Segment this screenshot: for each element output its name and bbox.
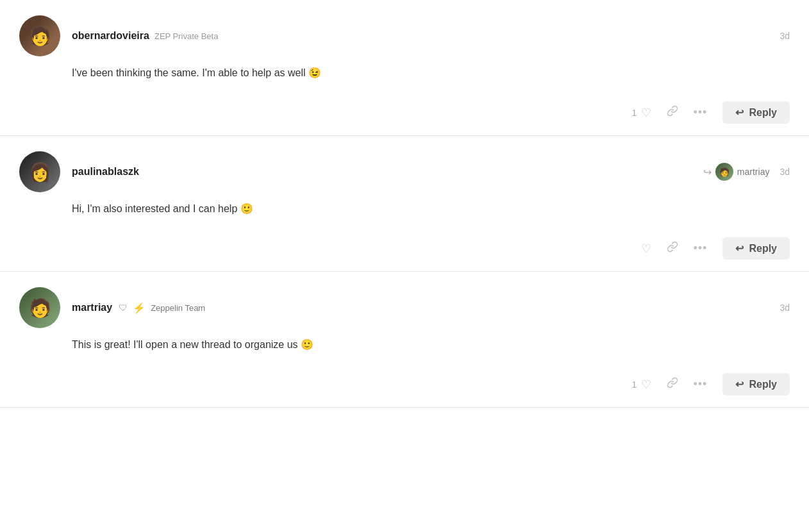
post-header: 🧑obernardovieiraZEP Private Beta3d (19, 15, 790, 56)
username[interactable]: obernardovieira (72, 30, 149, 42)
shield-icon: 🛡 (119, 303, 128, 313)
reply-button[interactable]: ↩Reply (722, 237, 790, 260)
post-timestamp: 3d (780, 167, 790, 177)
reply-arrow-icon: ↩ (735, 106, 744, 119)
reply-arrow-icon: ↩ (735, 242, 744, 254)
post-header: 👩paulinablaszk↪🧑martriay3d (19, 151, 790, 192)
reply-to-area: ↪🧑martriay (703, 163, 770, 181)
heart-icon[interactable]: ♡ (641, 242, 651, 256)
reply-button-label: Reply (749, 243, 777, 254)
reply-button-label: Reply (749, 379, 777, 390)
reply-button-label: Reply (749, 107, 777, 119)
post-item-1: 🧑obernardovieiraZEP Private Beta3dI've b… (0, 0, 809, 136)
post-timestamp: 3d (780, 31, 790, 41)
more-icon[interactable]: ••• (694, 378, 708, 391)
username[interactable]: martriay (72, 302, 112, 313)
reply-to-avatar[interactable]: 🧑 (715, 163, 733, 181)
like-count: 1 (631, 107, 637, 118)
more-icon[interactable]: ••• (694, 106, 708, 119)
like-group: 1♡ (631, 378, 651, 392)
avatar: 🧑 (19, 287, 60, 328)
post-body: This is great! I'll open a new thread to… (19, 337, 790, 353)
lightning-icon: ⚡ (133, 302, 146, 314)
avatar: 👩 (19, 151, 60, 192)
post-timestamp: 3d (780, 303, 790, 313)
avatar: 🧑 (19, 15, 60, 56)
post-body: Hi, I'm also interested and I can help 🙂 (19, 201, 790, 217)
post-actions: ♡•••↩Reply (19, 229, 790, 271)
user-badge: ZEP Private Beta (154, 31, 218, 41)
post-item-2: 👩paulinablaszk↪🧑martriay3dHi, I'm also i… (0, 136, 809, 272)
team-badge: Zeppelin Team (151, 303, 205, 313)
more-icon[interactable]: ••• (694, 242, 708, 255)
reply-to-arrow-icon: ↪ (703, 166, 712, 178)
like-group: ♡ (641, 242, 651, 256)
post-body: I've been thinking the same. I'm able to… (19, 65, 790, 81)
post-header: 🧑martriay🛡⚡Zeppelin Team3d (19, 287, 790, 328)
post-meta: martriay🛡⚡Zeppelin Team (72, 302, 780, 314)
post-actions: 1♡•••↩Reply (19, 94, 790, 135)
post-meta: obernardovieiraZEP Private Beta (72, 30, 780, 42)
link-icon[interactable] (667, 241, 678, 256)
heart-icon[interactable]: ♡ (641, 378, 651, 392)
post-actions: 1♡•••↩Reply (19, 365, 790, 407)
like-group: 1♡ (631, 106, 651, 120)
like-count: 1 (631, 379, 637, 390)
link-icon[interactable] (667, 105, 678, 120)
username[interactable]: paulinablaszk (72, 166, 139, 178)
reply-arrow-icon: ↩ (735, 378, 744, 390)
heart-icon[interactable]: ♡ (641, 106, 651, 120)
reply-button[interactable]: ↩Reply (722, 101, 790, 124)
post-item-3: 🧑martriay🛡⚡Zeppelin Team3dThis is great!… (0, 272, 809, 408)
post-meta: paulinablaszk (72, 166, 703, 178)
link-icon[interactable] (667, 377, 678, 392)
reply-to-username[interactable]: martriay (737, 167, 770, 177)
reply-button[interactable]: ↩Reply (722, 373, 790, 395)
